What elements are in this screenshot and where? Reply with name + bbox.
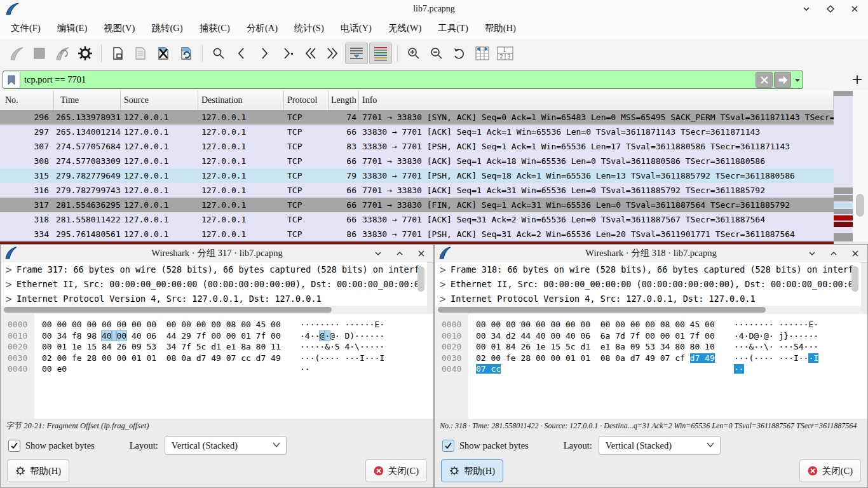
column-header[interactable]: No. bbox=[0, 91, 54, 110]
hex-row[interactable]: 004000 e0·· bbox=[1, 363, 433, 375]
close-icon[interactable] bbox=[414, 247, 428, 261]
find-packet-icon[interactable] bbox=[208, 43, 229, 64]
packet-row-307[interactable]: 307274.577057684127.0.0.1127.0.0.1TCP833… bbox=[0, 139, 834, 154]
packet-row-317[interactable]: 317281.554636295127.0.0.1127.0.0.1TCP667… bbox=[0, 198, 834, 212]
stop-capture-icon[interactable] bbox=[29, 43, 50, 64]
packet-list-scrollbar[interactable] bbox=[853, 91, 868, 241]
dialog-titlebar[interactable]: Wireshark · 分组 317 · lib7.pcapng bbox=[1, 245, 433, 263]
tree-row[interactable]: >Ethernet II, Src: 00:00:00_00:00:00 (00… bbox=[1, 277, 427, 292]
packet-row-297[interactable]: 297265.134001214127.0.0.1127.0.0.1TCP663… bbox=[0, 125, 834, 139]
help-button[interactable]: 帮助(H) bbox=[7, 459, 69, 482]
close-button[interactable]: 关闭(C) bbox=[799, 459, 861, 482]
menu-item[interactable]: 视图(V) bbox=[95, 20, 143, 37]
zoom-out-icon[interactable] bbox=[426, 43, 447, 64]
maximize-icon[interactable] bbox=[824, 2, 837, 16]
bookmark-icon[interactable] bbox=[3, 72, 20, 88]
tree-scrollbar-thumb[interactable] bbox=[851, 266, 858, 292]
hex-view[interactable]: 000000 00 00 00 00 00 00 00 00 00 00 00 … bbox=[435, 314, 867, 419]
tree-row[interactable]: >Frame 317: 66 bytes on wire (528 bits),… bbox=[1, 262, 427, 277]
hex-view[interactable]: 000000 00 00 00 00 00 00 00 00 00 00 00 … bbox=[1, 314, 433, 419]
layout-select[interactable]: Vertical (Stacked) bbox=[599, 436, 721, 455]
hscrollbar-thumb[interactable] bbox=[4, 307, 332, 313]
packet-detail-tree[interactable]: >Frame 317: 66 bytes on wire (528 bits),… bbox=[1, 262, 427, 306]
packet-row-318[interactable]: 318281.558011422127.0.0.1127.0.0.1TCP663… bbox=[0, 212, 834, 227]
close-icon[interactable] bbox=[848, 247, 862, 261]
colorize-icon[interactable] bbox=[369, 43, 392, 64]
close-icon[interactable] bbox=[848, 2, 862, 16]
expander-icon[interactable]: > bbox=[5, 290, 17, 306]
hex-row[interactable]: 001000 34 d2 44 40 00 40 06 6a 7d 7f 00 … bbox=[435, 330, 867, 342]
column-header[interactable]: Length bbox=[329, 91, 359, 110]
menu-item[interactable]: 帮助(H) bbox=[477, 20, 524, 37]
open-file-icon[interactable] bbox=[107, 43, 128, 64]
menu-item[interactable]: 跳转(G) bbox=[143, 20, 191, 37]
restore-icon[interactable] bbox=[827, 247, 841, 261]
packet-row-308[interactable]: 308274.577083309127.0.0.1127.0.0.1TCP667… bbox=[0, 154, 834, 168]
goto-packet-icon[interactable] bbox=[276, 43, 298, 64]
hscrollbar-thumb[interactable] bbox=[438, 307, 766, 313]
save-file-icon[interactable] bbox=[130, 43, 151, 64]
menu-item[interactable]: 无线(W) bbox=[380, 20, 430, 37]
help-button[interactable]: 帮助(H) bbox=[441, 459, 503, 482]
packet-detail-tree[interactable]: >Frame 318: 66 bytes on wire (528 bits),… bbox=[435, 262, 861, 306]
next-packet-icon[interactable] bbox=[254, 43, 275, 64]
packet-row-315[interactable]: 315279.782779649127.0.0.1127.0.0.1TCP793… bbox=[0, 168, 834, 183]
column-header[interactable]: Source bbox=[121, 91, 198, 110]
close-capture-icon[interactable] bbox=[153, 43, 174, 64]
last-packet-icon[interactable] bbox=[322, 43, 344, 64]
menu-item[interactable]: 编辑(E) bbox=[49, 20, 96, 37]
hex-row[interactable]: 002000 01 84 26 1e 15 5c d1 e1 8a 09 53 … bbox=[435, 341, 867, 353]
auto-scroll-icon[interactable] bbox=[345, 43, 368, 64]
layout-select[interactable]: Vertical (Stacked) bbox=[165, 436, 287, 455]
hex-row[interactable]: 001000 34 f8 98 40 00 40 06 44 29 7f 00 … bbox=[1, 330, 433, 342]
hex-row[interactable]: 000000 00 00 00 00 00 00 00 00 00 00 00 … bbox=[435, 319, 867, 330]
minimize-icon[interactable] bbox=[371, 247, 385, 261]
zoom-in-icon[interactable] bbox=[403, 43, 424, 64]
column-header[interactable]: Info bbox=[359, 91, 834, 110]
plus-icon[interactable]: + bbox=[850, 71, 865, 86]
hex-row[interactable]: 000000 00 00 00 00 00 00 00 00 00 00 00 … bbox=[1, 319, 433, 330]
tree-hscrollbar[interactable] bbox=[435, 306, 861, 314]
column-header[interactable]: Time bbox=[54, 91, 121, 110]
close-button[interactable]: 关闭(C) bbox=[365, 459, 427, 482]
show-packet-bytes-checkbox[interactable] bbox=[442, 440, 454, 452]
hex-row[interactable]: 003002 00 fe 28 00 00 01 01 08 0a d7 49 … bbox=[435, 353, 867, 364]
tree-hscrollbar[interactable] bbox=[1, 306, 427, 314]
tree-scrollbar-thumb[interactable] bbox=[417, 266, 424, 292]
previous-packet-icon[interactable] bbox=[231, 43, 252, 64]
layout-chooser-icon[interactable]: 123 bbox=[494, 43, 516, 64]
minimize-icon[interactable] bbox=[805, 247, 819, 261]
dialog-titlebar[interactable]: Wireshark · 分组 318 · lib7.pcapng bbox=[435, 245, 867, 263]
dropdown-caret-icon[interactable] bbox=[792, 72, 803, 87]
restore-icon[interactable] bbox=[393, 247, 407, 261]
menu-item[interactable]: 电话(Y) bbox=[332, 20, 380, 37]
tree-row[interactable]: >Internet Protocol Version 4, Src: 127.0… bbox=[1, 292, 427, 306]
reload-file-icon[interactable] bbox=[175, 43, 197, 64]
expander-icon[interactable]: > bbox=[439, 290, 451, 306]
start-capture-icon[interactable] bbox=[6, 43, 27, 64]
scrollbar-thumb[interactable] bbox=[856, 194, 864, 217]
display-filter-field[interactable]: tcp.port == 7701 bbox=[3, 71, 803, 89]
menu-item[interactable]: 统计(S) bbox=[286, 20, 332, 37]
restart-capture-icon[interactable] bbox=[51, 43, 73, 64]
first-packet-icon[interactable] bbox=[299, 43, 321, 64]
column-header[interactable]: Protocol bbox=[284, 91, 329, 110]
packet-list-header[interactable]: No.TimeSourceDestinationProtocolLengthIn… bbox=[0, 91, 834, 111]
clear-icon[interactable] bbox=[756, 72, 773, 88]
menu-item[interactable]: 捕获(C) bbox=[191, 20, 238, 37]
filter-input[interactable]: tcp.port == 7701 bbox=[20, 74, 756, 85]
packet-row-296[interactable]: 296265.133978931127.0.0.1127.0.0.1TCP747… bbox=[0, 110, 834, 125]
capture-options-icon[interactable] bbox=[74, 43, 96, 64]
zoom-reset-icon[interactable] bbox=[449, 43, 470, 64]
apply-arrow-icon[interactable] bbox=[774, 72, 791, 88]
packet-row-316[interactable]: 316279.782799743127.0.0.1127.0.0.1TCP667… bbox=[0, 183, 834, 198]
packet-row-334[interactable]: 334295.761480561127.0.0.1127.0.0.1TCP863… bbox=[0, 227, 834, 241]
tree-row[interactable]: >Frame 318: 66 bytes on wire (528 bits),… bbox=[435, 262, 861, 277]
hex-row[interactable]: 003002 00 fe 28 00 00 01 01 08 0a d7 49 … bbox=[1, 353, 433, 364]
minimize-icon[interactable] bbox=[799, 2, 813, 16]
tree-row[interactable]: >Internet Protocol Version 4, Src: 127.0… bbox=[435, 292, 861, 306]
column-header[interactable]: Destination bbox=[198, 91, 284, 110]
show-packet-bytes-checkbox[interactable] bbox=[8, 440, 20, 452]
tree-row[interactable]: >Ethernet II, Src: 00:00:00_00:00:00 (00… bbox=[435, 277, 861, 292]
hex-row[interactable]: 002000 01 1e 15 84 26 09 53 34 7f 5c d1 … bbox=[1, 341, 433, 353]
